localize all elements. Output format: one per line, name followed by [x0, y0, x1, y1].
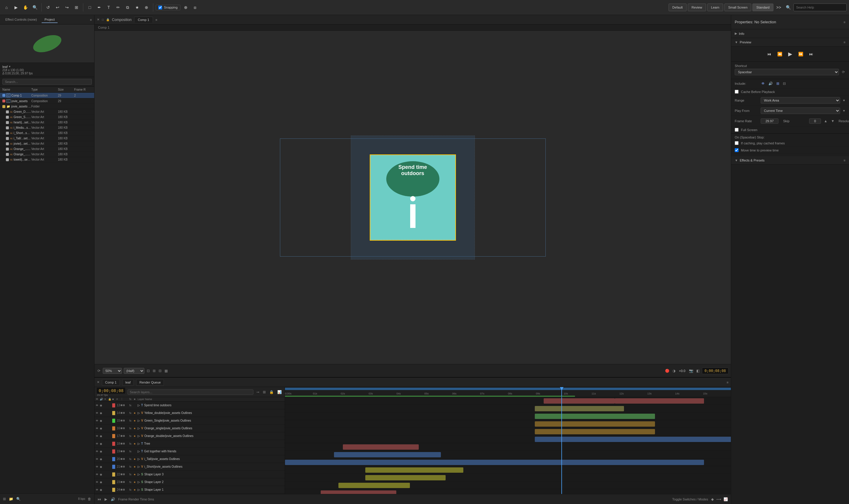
toggle-switches[interactable]: Toggle Switches / Modes	[672, 498, 708, 501]
project-row[interactable]: Ai i_Mediu...sets.ai Vector Art 180 KB	[0, 125, 94, 130]
new-folder-button[interactable]: 📁	[8, 496, 14, 502]
layer-expand-icon[interactable]: ▷	[138, 411, 140, 415]
layer-expand-icon[interactable]: ▷	[138, 403, 140, 407]
timeline-audio-btn[interactable]: 🔊	[110, 497, 116, 502]
keyframe-btn[interactable]: ◆	[710, 497, 714, 502]
project-row[interactable]: Ai jovie/j...sets.ai Vector Art 180 KB	[0, 141, 94, 146]
comp-btn[interactable]: ⊞	[262, 390, 266, 395]
rect-tool[interactable]: □	[86, 3, 94, 12]
project-row[interactable]: Ai Orange_...sets.ai Vector Art 180 KB	[0, 152, 94, 157]
layer-row[interactable]: 👁 ◉ 19 ⊞⊟ fx ▷ T Get together with frien…	[94, 448, 285, 455]
right-panel-menu-icon[interactable]: ≡	[844, 20, 846, 24]
region-btn[interactable]: ⊟	[158, 368, 162, 374]
layer-row[interactable]: 👁 ◉ 17 ⊞⊟ fx ★ ▷ V Orange_double/jovie_a…	[94, 432, 285, 440]
layer-row[interactable]: 👁 ◉ 14 ⊞⊟ fx ★ ▷ V Yellow_double/jovie_a…	[94, 409, 285, 417]
shortcut-reset-btn[interactable]: ⟳	[841, 69, 846, 75]
layer-expand-icon[interactable]: ▷	[138, 442, 140, 445]
timeline-prev-btn[interactable]: ⏮	[97, 497, 102, 502]
quality-select[interactable]: (Half)	[124, 368, 144, 374]
include-export-btn[interactable]: ⊟	[782, 81, 787, 86]
full-screen-checkbox[interactable]	[735, 128, 739, 132]
solo-btn[interactable]: ⊸	[256, 390, 260, 395]
workspace-standard[interactable]: Standard	[753, 3, 773, 11]
color-channels-btn[interactable]: 🔴	[665, 368, 670, 374]
pen-tool[interactable]: ✒	[95, 3, 103, 12]
timeline-tab-leaf[interactable]: leaf	[122, 379, 134, 385]
redo-icon[interactable]: ↪	[63, 3, 71, 12]
panel-menu-icon[interactable]: ≡	[90, 18, 92, 21]
skip-to-start-btn[interactable]: ⏮	[766, 51, 773, 58]
preview-section-header[interactable]: ▼ Preview ≡	[731, 38, 849, 47]
project-row[interactable]: Ai Green_S...sets.ai Vector Art 180 KB	[0, 114, 94, 120]
rotate-tool[interactable]: ↺	[44, 3, 52, 12]
comp-tab-comp1[interactable]: Comp 1	[134, 17, 153, 23]
project-row[interactable]: Ai i_Tall/...sets.ai Vector Art 180 KB	[0, 136, 94, 141]
grid-icon[interactable]: ⊞	[72, 3, 80, 12]
include-overflow-btn[interactable]: ⊞	[776, 81, 780, 86]
layer-expand-icon[interactable]: ▷	[138, 480, 140, 484]
layer-expand-icon[interactable]: ▷	[138, 427, 140, 430]
shortcut-select[interactable]: Spacebar	[735, 69, 839, 75]
layer-expand-icon[interactable]: ▷	[138, 419, 140, 422]
tab-project[interactable]: Project	[42, 17, 58, 23]
play-from-select[interactable]: Current Time	[761, 107, 840, 114]
preview-menu-icon[interactable]: ≡	[844, 40, 846, 44]
layer-row[interactable]: 👁 ◉ 16 ⊞⊟ fx ★ ▷ V Orange_single/jovie_a…	[94, 425, 285, 432]
project-row[interactable]: Ai heart/j...sets.ai Vector Art 180 KB	[0, 120, 94, 125]
if-caching-checkbox[interactable]	[735, 141, 739, 145]
puppet-tool[interactable]: ⊕	[142, 3, 150, 12]
new-comp-button[interactable]: ⊞	[2, 496, 6, 502]
layer-search-input[interactable]	[128, 390, 253, 395]
workspace-small-screen[interactable]: Small Screen	[724, 3, 751, 11]
snapshot-btn[interactable]: 📷	[688, 368, 694, 374]
workspace-learn[interactable]: Learn	[707, 3, 723, 11]
layer-row[interactable]: 👁 ◉ 13 ⊞⊟ fx ▷ T Spend time outdoors	[94, 401, 285, 409]
effects-menu-icon[interactable]: ≡	[844, 159, 846, 162]
cache-checkbox[interactable]	[735, 90, 739, 94]
zoom-select[interactable]: 50%	[103, 368, 122, 374]
hand-tool[interactable]: ✋	[21, 3, 30, 12]
delete-button[interactable]: 🗑	[87, 496, 92, 502]
skip-down-btn[interactable]: ▼	[830, 119, 835, 124]
layer-expand-icon[interactable]: ▷	[138, 457, 140, 461]
step-forward-btn[interactable]: ⏩	[797, 51, 805, 58]
comp-reset-btn[interactable]: ⟳	[97, 368, 101, 374]
range-dropdown-icon[interactable]: ▾	[843, 98, 846, 103]
timeline-close-icon[interactable]: ✕	[97, 380, 100, 384]
find-button[interactable]: 🔍	[16, 496, 21, 502]
stamp-tool[interactable]: ⧉	[123, 3, 132, 12]
play-from-dropdown-icon[interactable]: ▾	[843, 108, 846, 113]
transform-icon[interactable]: ⧈	[191, 3, 199, 12]
layer-row[interactable]: 👁 ◉ 23 ⊞⊟ fx ★ ▷ S Shape Layer 2	[94, 478, 285, 486]
snapping-checkbox[interactable]	[158, 6, 162, 10]
include-video-btn[interactable]: 👁	[761, 81, 765, 86]
lock-btn[interactable]: 🔒	[269, 390, 274, 395]
step-back-btn[interactable]: ⏪	[776, 51, 783, 58]
layer-row[interactable]: 👁 ◉ 18 ⊞⊟ fx ★ ▷ T Tree	[94, 440, 285, 448]
skip-input[interactable]	[809, 119, 821, 124]
project-row[interactable]: Ai Orange_...sets.ai Vector Art 180 KB	[0, 146, 94, 152]
timeline-menu-icon[interactable]: ≡	[727, 381, 728, 384]
project-row[interactable]: 📁 jovie_assets Layers Folder	[0, 104, 94, 109]
play-btn[interactable]: ▶	[787, 50, 794, 58]
layer-row[interactable]: 👁 ◉ 15 ⊞⊟ fx ★ ▷ V Green_Single/jovie_as…	[94, 417, 285, 425]
effects-section-header[interactable]: ▼ Effects & Presets ≡	[731, 156, 849, 165]
asset-dropdown-icon[interactable]: ▾	[9, 65, 11, 69]
layer-expand-icon[interactable]: ▷	[138, 473, 140, 476]
layer-expand-icon[interactable]: ▷	[138, 434, 140, 437]
info-section-header[interactable]: ▶ Info	[731, 29, 849, 38]
brush-tool[interactable]: ✏	[114, 3, 122, 12]
timeline-tab-comp1[interactable]: Comp 1	[102, 379, 120, 385]
project-row[interactable]: Ai Green_D...sets.ai Vector Art 180 KB	[0, 109, 94, 114]
graph-btn[interactable]: 📊	[277, 390, 282, 395]
layer-row[interactable]: 👁 ◉ 24 ⊞⊟ fx ★ ▷ S Shape Layer 1	[94, 486, 285, 494]
star-tool[interactable]: ★	[133, 3, 141, 12]
frame-rate-input[interactable]	[761, 119, 778, 124]
pixel-aspect-btn[interactable]: ⊞	[152, 368, 156, 374]
range-select[interactable]: Work Area	[761, 97, 840, 104]
home-icon[interactable]: ⌂	[2, 3, 11, 12]
zoom-tool[interactable]: 🔍	[31, 3, 39, 12]
timeline-play-btn[interactable]: ▶	[104, 497, 108, 502]
more-workspaces-icon[interactable]: >>	[775, 3, 783, 12]
layer-row[interactable]: 👁 ◉ 22 ⊞⊟ fx ★ ▷ S Shape Layer 3	[94, 471, 285, 478]
